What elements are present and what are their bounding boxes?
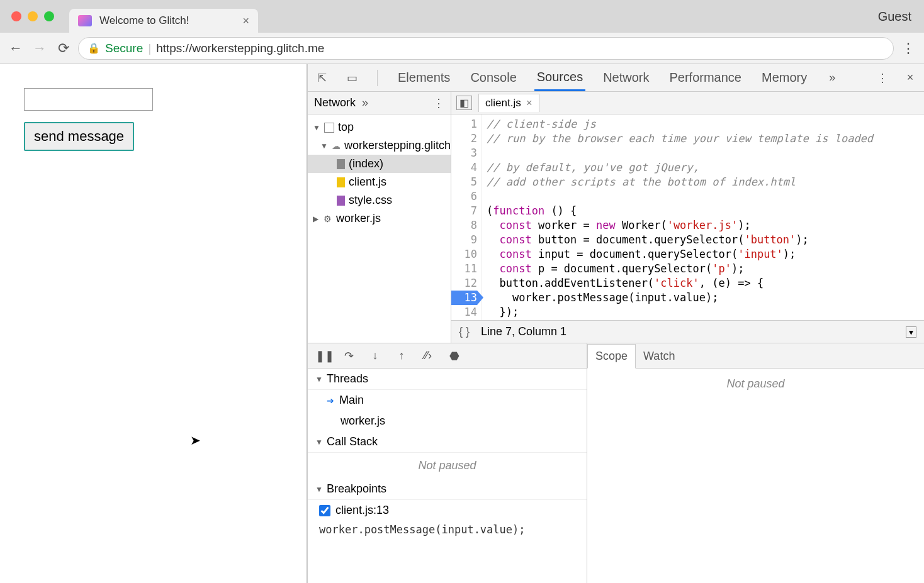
tree-file-index[interactable]: (index) [308,155,451,173]
device-toolbar-icon[interactable]: ▭ [344,71,359,85]
tab-performance[interactable]: Performance [667,65,745,90]
js-file-icon [337,177,345,187]
inspect-element-icon[interactable]: ⇱ [314,71,329,85]
tree-label: client.js [349,175,386,189]
expand-icon: ▼ [313,123,320,132]
expand-icon: ▼ [315,485,323,494]
lock-icon: 🔒 [87,42,100,54]
page-viewport: send message [0,64,307,583]
tab-network[interactable]: Network [600,65,651,90]
secure-label: Secure [105,42,143,55]
tab-console[interactable]: Console [468,65,519,90]
thread-worker[interactable]: worker.js [308,411,587,431]
tab-elements[interactable]: Elements [395,65,453,90]
forward-button[interactable]: → [30,39,49,58]
thread-label: Main [339,394,364,407]
browser-tab-strip: Welcome to Glitch! × Guest [0,0,924,33]
tree-label: (index) [349,157,383,170]
scope-empty: Not paused [587,369,924,583]
debugger-sidebar-left: ❚❚ ↷ ↓ ↑ ⁄⁄› ⬣ ▼ Threads ➔ Main [308,343,587,583]
tree-label: style.css [349,194,392,207]
tab-scope[interactable]: Scope [587,344,636,369]
pause-resume-icon[interactable]: ❚❚ [315,349,329,363]
file-tab-label: client.js [485,97,521,109]
close-devtools-icon[interactable]: × [903,71,918,84]
window-controls [11,11,54,21]
breakpoint-item[interactable]: client.js:13 [308,500,587,521]
cloud-icon: ☁ [332,141,341,151]
back-button[interactable]: ← [6,39,25,58]
css-file-icon [337,196,345,206]
active-thread-icon: ➔ [327,396,334,406]
browser-tab[interactable]: Welcome to Glitch! × [69,9,258,33]
address-bar[interactable]: 🔒 Secure | https://workerstepping.glitch… [78,37,894,60]
maximize-window-button[interactable] [44,11,54,21]
expand-icon: ▶ [313,214,318,223]
step-out-icon[interactable]: ↑ [395,349,408,362]
more-tabs-icon[interactable]: » [825,71,840,84]
more-navigator-tabs-icon[interactable]: » [362,96,368,109]
navigator-tab-label[interactable]: Network [314,96,356,109]
separator [377,70,378,86]
breakpoint-location: client.js:13 [335,504,389,517]
pause-on-exceptions-icon[interactable]: ⬣ [448,349,461,363]
section-label: Breakpoints [327,482,386,496]
deactivate-breakpoints-icon[interactable]: ⁄⁄› [421,349,435,362]
debugger-sidebar-right: Scope Watch Not paused [587,343,924,583]
callstack-section-header[interactable]: ▼ Call Stack [308,431,587,453]
tree-file-stylecss[interactable]: style.css [308,191,451,209]
tree-worker[interactable]: ▶ ⚙ worker.js [308,209,451,228]
close-file-icon[interactable]: × [526,97,532,109]
format-icon[interactable]: { } [459,325,470,338]
close-tab-icon[interactable]: × [242,14,249,28]
navigator-menu-icon[interactable]: ⋮ [433,96,444,110]
code-area[interactable]: 123456789101112131415161718 // client-si… [451,114,924,320]
browser-toolbar: ← → ⟳ 🔒 Secure | https://workerstepping.… [0,33,924,64]
section-label: Threads [327,372,368,386]
message-input[interactable] [24,88,153,111]
step-over-icon[interactable]: ↷ [342,349,356,363]
tree-file-clientjs[interactable]: client.js [308,173,451,191]
tree-frame-top[interactable]: ▼ top [308,118,451,136]
tab-memory[interactable]: Memory [759,65,809,90]
tree-domain[interactable]: ▼ ☁ workerstepping.glitch [308,136,451,155]
toggle-navigator-icon[interactable]: ◧ [456,96,472,110]
favicon [78,15,92,26]
browser-menu-icon[interactable]: ⋮ [899,40,918,57]
editor-status-bar: { } Line 7, Column 1 ▾ [451,320,924,343]
tab-sources[interactable]: Sources [534,65,585,91]
reload-button[interactable]: ⟳ [54,39,73,58]
thread-label: worker.js [341,414,385,428]
tree-label: worker.js [336,212,381,225]
source-editor: ◧ client.js × 12345678910111213141516171… [451,92,924,343]
frame-icon [324,123,334,133]
file-tab-clientjs[interactable]: client.js × [478,94,539,112]
threads-section-header[interactable]: ▼ Threads [308,369,587,390]
breakpoints-section-header[interactable]: ▼ Breakpoints [308,479,587,500]
breakpoint-checkbox[interactable] [319,505,330,516]
file-tree: ▼ top ▼ ☁ workerstepping.glitch (index) [308,114,451,343]
devtools-menu-icon[interactable]: ⋮ [875,71,890,85]
expand-icon: ▼ [320,142,328,150]
navigator-header: Network » ⋮ [308,92,451,114]
step-into-icon[interactable]: ↓ [368,349,382,362]
breakpoint-preview: worker.postMessage(input.value); [308,521,587,542]
thread-main[interactable]: ➔ Main [308,390,587,411]
expand-icon: ▼ [315,375,323,384]
tree-label: workerstepping.glitch [344,139,451,152]
close-window-button[interactable] [11,11,21,21]
toggle-drawer-icon[interactable]: ▾ [906,326,916,338]
separator: | [148,42,151,55]
tab-title: Welcome to Glitch! [99,14,235,27]
tree-label: top [338,121,354,134]
devtools-panel: ⇱ ▭ Elements Console Sources Network Per… [307,64,924,583]
minimize-window-button[interactable] [28,11,38,21]
document-icon [337,159,345,169]
profile-label[interactable]: Guest [878,9,911,24]
send-message-button[interactable]: send message [24,122,134,151]
tab-watch[interactable]: Watch [636,345,682,368]
code-content[interactable]: // client-side js// run by the browser e… [482,114,924,320]
cursor-position: Line 7, Column 1 [481,325,566,338]
line-gutter[interactable]: 123456789101112131415161718 [451,114,482,320]
section-label: Call Stack [327,435,378,448]
